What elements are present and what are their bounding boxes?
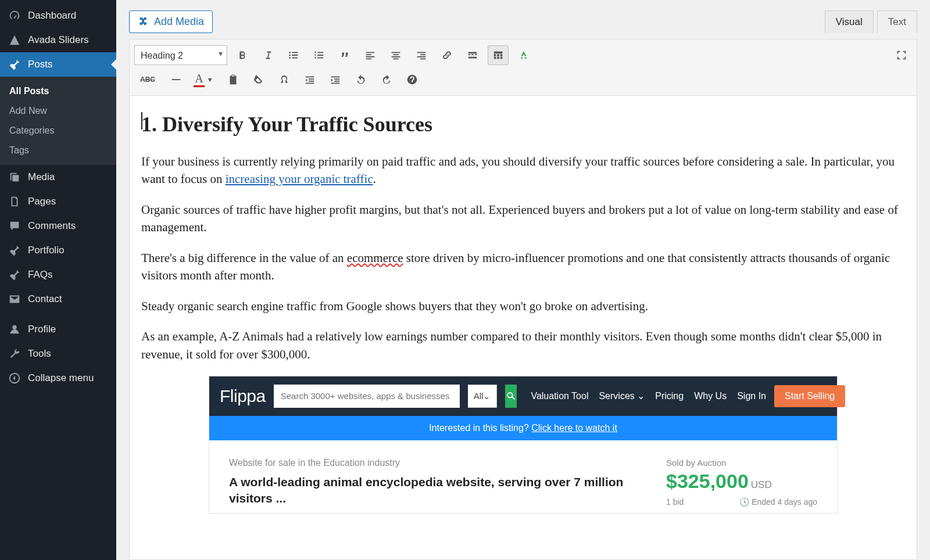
- blockquote-button[interactable]: [334, 45, 355, 65]
- chevron-down-icon: ▼: [205, 76, 216, 83]
- italic-button[interactable]: [257, 45, 278, 65]
- fullscreen-button[interactable]: [891, 45, 912, 65]
- add-media-button[interactable]: Add Media: [129, 10, 213, 33]
- read-more-button[interactable]: [462, 45, 483, 65]
- media-icon: [8, 171, 21, 184]
- mail-icon: [8, 293, 21, 306]
- svg-point-3: [289, 57, 291, 59]
- format-select[interactable]: Heading 2: [134, 45, 227, 65]
- pin-icon: [8, 58, 21, 71]
- flippa-currency: USD: [751, 479, 772, 490]
- sidebar-item-label: Comments: [28, 220, 76, 232]
- user-icon: [8, 323, 21, 336]
- content-paragraph: Organic sources of traffic have higher p…: [141, 201, 905, 236]
- sidebar-item-contact[interactable]: Contact: [0, 287, 116, 311]
- tinymce-editor: Heading 2 ABC: [129, 39, 917, 560]
- editor-content[interactable]: 1. Diversify Your Traffic Sources If you…: [130, 96, 917, 559]
- text-color-button[interactable]: A▼: [191, 70, 218, 89]
- flippa-start-selling-button: Start Selling: [774, 385, 845, 407]
- svg-rect-5: [494, 54, 496, 56]
- align-right-button[interactable]: [411, 45, 432, 65]
- paste-text-button[interactable]: [223, 70, 244, 89]
- redo-button[interactable]: [376, 70, 397, 89]
- submenu-add-new[interactable]: Add New: [0, 101, 116, 121]
- tab-visual[interactable]: Visual: [825, 10, 874, 33]
- sidebar-item-media[interactable]: Media: [0, 165, 116, 189]
- sidebar-item-avada-sliders[interactable]: Avada Sliders: [0, 28, 116, 52]
- collapse-icon: [8, 372, 21, 385]
- hr-button[interactable]: [166, 70, 187, 89]
- chevron-down-icon: ⌄: [483, 391, 491, 401]
- admin-sidebar: Dashboard Avada Sliders Posts All Posts …: [0, 0, 116, 560]
- svg-rect-9: [497, 57, 499, 59]
- toolbar-row-1: Heading 2: [134, 43, 912, 67]
- sidebar-item-portfolio[interactable]: Portfolio: [0, 238, 116, 263]
- flippa-link: Services ⌄: [599, 390, 645, 401]
- indent-button[interactable]: [325, 70, 346, 89]
- avada-builder-button[interactable]: [513, 45, 534, 65]
- flippa-watch-link: Click here to watch it: [531, 423, 617, 433]
- gauge-icon: [8, 9, 21, 22]
- flippa-logo: Flippa: [220, 386, 266, 406]
- sidebar-item-pages[interactable]: Pages: [0, 189, 116, 214]
- tab-text[interactable]: Text: [877, 10, 917, 33]
- svg-point-1: [289, 52, 291, 53]
- flippa-listing-title: A world-leading animal encyclopedia webs…: [229, 474, 649, 507]
- sidebar-item-posts[interactable]: Posts: [0, 52, 116, 77]
- submenu-all-posts[interactable]: All Posts: [0, 81, 116, 101]
- sidebar-item-tools[interactable]: Tools: [0, 342, 116, 366]
- sidebar-item-label: Portfolio: [28, 245, 64, 256]
- page-icon: [8, 195, 21, 208]
- sidebar-item-collapse[interactable]: Collapse menu: [0, 366, 116, 390]
- content-paragraph: There's a big difference in the value of…: [141, 249, 905, 285]
- sidebar-item-label: Contact: [28, 293, 62, 305]
- flippa-search-input: [274, 385, 460, 408]
- help-button[interactable]: [402, 70, 423, 89]
- sidebar-item-label: FAQs: [28, 269, 53, 281]
- spell-error: ecommerce: [347, 251, 403, 265]
- sidebar-item-label: Collapse menu: [28, 372, 94, 384]
- svg-point-12: [407, 75, 417, 85]
- link-button[interactable]: [437, 45, 457, 65]
- submenu-tags[interactable]: Tags: [0, 141, 116, 160]
- content-paragraph: As an example, A-Z Animals had a relativ…: [141, 328, 905, 363]
- special-char-button[interactable]: [274, 70, 295, 89]
- sidebar-item-profile[interactable]: Profile: [0, 311, 116, 342]
- text-cursor: [141, 112, 142, 130]
- flippa-price: $325,000: [666, 470, 749, 492]
- bullet-list-button[interactable]: [283, 45, 304, 65]
- add-media-label: Add Media: [154, 16, 204, 28]
- flippa-watch-banner: Interested in this listing? Click here t…: [209, 416, 837, 440]
- submenu-categories[interactable]: Categories: [0, 121, 116, 141]
- svg-rect-7: [500, 54, 503, 56]
- sidebar-item-faqs[interactable]: FAQs: [0, 263, 116, 287]
- svg-rect-6: [497, 54, 499, 56]
- flippa-link: Why Us: [694, 391, 727, 401]
- sidebar-item-label: Pages: [28, 196, 56, 207]
- organic-traffic-link[interactable]: increasing your organic traffic: [226, 172, 373, 186]
- comment-icon: [8, 220, 21, 232]
- sidebar-item-label: Media: [28, 171, 55, 183]
- pin-icon: [8, 244, 21, 257]
- outdent-button[interactable]: [299, 70, 320, 89]
- flippa-category: Website for sale in the Education indust…: [229, 458, 649, 468]
- editor-toolbar: Heading 2 ABC: [130, 40, 917, 96]
- number-list-button[interactable]: [309, 45, 330, 65]
- clear-format-button[interactable]: [248, 70, 269, 89]
- flippa-link: Pricing: [655, 391, 684, 401]
- toolbar-row-2: ABC A▼: [134, 67, 912, 92]
- editor-main: Add Media Visual Text Heading 2: [116, 0, 930, 560]
- undo-button[interactable]: [350, 70, 371, 89]
- content-paragraph: Steady organic search engine traffic fro…: [141, 297, 905, 315]
- strikethrough-button[interactable]: ABC: [134, 70, 161, 89]
- flippa-nav-links: Valuation Tool Services ⌄ Pricing Why Us…: [531, 390, 766, 401]
- flippa-link: Sign In: [737, 391, 766, 401]
- sidebar-item-comments[interactable]: Comments: [0, 214, 116, 238]
- flippa-bid-count: 1 bid: [666, 497, 684, 507]
- toolbar-toggle-button[interactable]: [488, 45, 509, 65]
- sidebar-item-dashboard[interactable]: Dashboard: [0, 3, 116, 28]
- wrench-icon: [8, 347, 21, 360]
- align-left-button[interactable]: [360, 45, 381, 65]
- align-center-button[interactable]: [385, 45, 406, 65]
- bold-button[interactable]: [232, 45, 253, 65]
